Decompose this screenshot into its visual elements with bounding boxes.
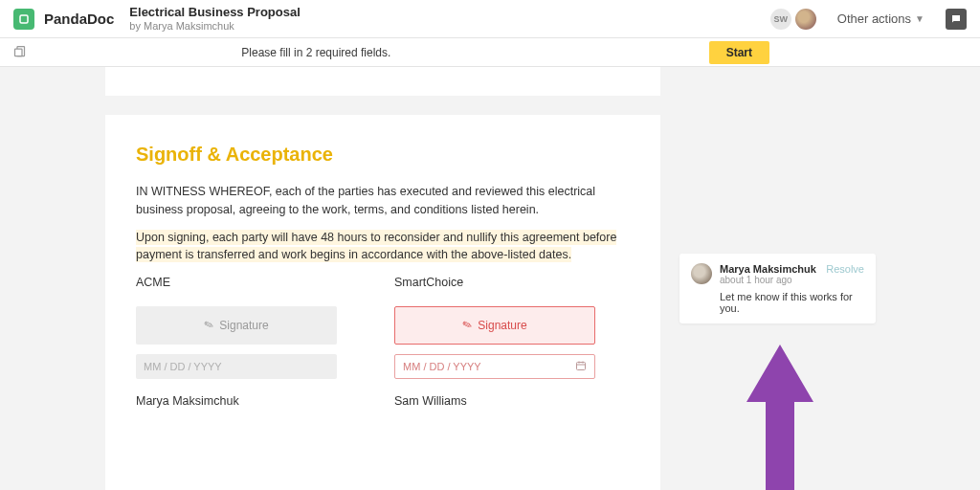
comment-time: about 1 hour ago xyxy=(720,275,818,285)
comment-card[interactable]: Marya Maksimchuk about 1 hour ago Resolv… xyxy=(679,254,876,323)
clipboard-icon[interactable] xyxy=(0,44,38,61)
workspace: Signoff & Acceptance IN WITNESS WHEREOF,… xyxy=(0,67,980,490)
signer-left: ACME ✎ Signature MM / DD / YYYY Marya Ma… xyxy=(136,276,337,408)
comment-header: Marya Maksimchuk about 1 hour ago Resolv… xyxy=(691,263,864,285)
pandadoc-logo-icon xyxy=(13,9,34,30)
document-title: Electrical Business Proposal xyxy=(129,6,300,19)
chat-icon[interactable] xyxy=(946,9,967,30)
signer-name-right: Sam Williams xyxy=(394,394,595,408)
comment-author: Marya Maksimchuk xyxy=(720,263,818,275)
calendar-icon xyxy=(575,360,587,374)
signature-row: ACME ✎ Signature MM / DD / YYYY Marya Ma… xyxy=(136,276,630,408)
svg-marker-7 xyxy=(746,345,813,490)
comment-body: Let me know if this works for you. xyxy=(720,291,864,314)
date-placeholder-left: MM / DD / YYYY xyxy=(144,361,222,372)
svg-rect-3 xyxy=(577,362,586,369)
highlighted-text: Upon signing, each party will have 48 ho… xyxy=(136,230,616,263)
chevron-down-icon: ▼ xyxy=(915,13,924,24)
brand-name: PandaDoc xyxy=(44,11,114,27)
other-actions-menu[interactable]: Other actions ▼ xyxy=(837,11,924,26)
required-fields-message: Please fill in 2 required fields. xyxy=(38,46,709,59)
pen-icon: ✎ xyxy=(202,318,215,334)
avatar-photo[interactable] xyxy=(795,9,816,30)
company-right: SmartChoice xyxy=(394,276,595,289)
date-field-left: MM / DD / YYYY xyxy=(136,354,337,379)
svg-rect-2 xyxy=(14,49,22,56)
date-field-right[interactable]: MM / DD / YYYY xyxy=(394,354,595,379)
top-bar: PandaDoc Electrical Business Proposal by… xyxy=(0,0,980,38)
date-placeholder-right: MM / DD / YYYY xyxy=(403,361,481,372)
signer-name-left: Marya Maksimchuk xyxy=(136,394,337,408)
signature-label-left: Signature xyxy=(219,319,268,332)
start-button[interactable]: Start xyxy=(709,41,769,64)
pen-icon: ✎ xyxy=(460,318,474,334)
annotation-arrow-icon xyxy=(746,345,813,490)
signature-label-right: Signature xyxy=(478,319,526,332)
other-actions-label: Other actions xyxy=(837,11,911,26)
previous-page-stub xyxy=(105,67,660,96)
signer-right: SmartChoice ✎ Signature MM / DD / YYYY S… xyxy=(394,276,595,408)
comment-avatar xyxy=(691,263,712,284)
signature-field-right[interactable]: ✎ Signature xyxy=(394,306,595,345)
resolve-button[interactable]: Resolve xyxy=(826,263,864,275)
signature-field-left: ✎ Signature xyxy=(136,306,337,345)
company-left: ACME xyxy=(136,276,337,289)
svg-rect-0 xyxy=(20,15,28,23)
action-bar: Please fill in 2 required fields. Start xyxy=(0,38,980,67)
paragraph-witness: IN WITNESS WHEREOF, each of the parties … xyxy=(136,183,630,219)
section-heading: Signoff & Acceptance xyxy=(136,144,630,166)
document-author: by Marya Maksimchuk xyxy=(129,20,300,32)
document-meta: Electrical Business Proposal by Marya Ma… xyxy=(129,6,300,31)
document-page: Signoff & Acceptance IN WITNESS WHEREOF,… xyxy=(105,115,660,490)
paragraph-highlighted: Upon signing, each party will have 48 ho… xyxy=(136,229,630,265)
avatar-initials[interactable]: SW xyxy=(770,9,791,30)
